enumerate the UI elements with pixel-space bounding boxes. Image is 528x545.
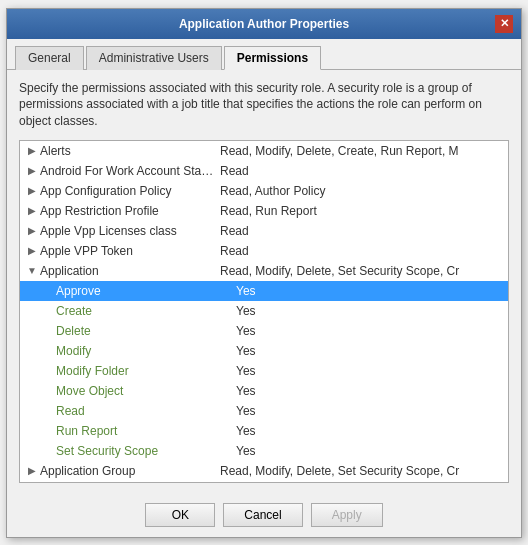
expand-icon[interactable]: ▶ — [24, 163, 40, 179]
tree-row[interactable]: ▶App Configuration PolicyRead, Author Po… — [20, 181, 508, 201]
tab-content: Specify the permissions associated with … — [7, 70, 521, 493]
tree-row-label: Set Security Scope — [56, 444, 236, 458]
tree-row-permissions: Yes — [236, 364, 508, 378]
tree-row-label: Delete — [56, 324, 236, 338]
expand-icon[interactable]: ▶ — [24, 183, 40, 199]
collapse-icon[interactable]: ▼ — [24, 263, 40, 279]
tree-row-label: Move Object — [56, 384, 236, 398]
no-expand-icon — [40, 443, 56, 459]
expand-icon[interactable]: ▶ — [24, 223, 40, 239]
tree-row[interactable]: CreateYes — [20, 301, 508, 321]
tree-row-permissions: Read, Modify, Delete, Create, Run Report… — [220, 144, 508, 158]
tree-row-permissions: Read, Modify, Delete, Set Security Scope… — [220, 464, 508, 478]
tree-row[interactable]: Modify FolderYes — [20, 361, 508, 381]
tree-row-label: Apple VPP Token — [40, 244, 220, 258]
permissions-tree-scroll[interactable]: ▶AlertsRead, Modify, Delete, Create, Run… — [20, 141, 508, 482]
tree-row[interactable]: ▶Application GroupRead, Modify, Delete, … — [20, 461, 508, 481]
expand-icon[interactable]: ▶ — [24, 463, 40, 479]
title-bar: Application Author Properties ✕ — [7, 9, 521, 39]
tree-row-permissions: Read — [220, 244, 508, 258]
tree-row-label: Application Group — [40, 464, 220, 478]
tree-row-label: Read — [56, 404, 236, 418]
tree-row[interactable]: ApproveYes — [20, 281, 508, 301]
apply-button[interactable]: Apply — [311, 503, 383, 527]
no-expand-icon — [40, 343, 56, 359]
tree-row-permissions: Yes — [236, 384, 508, 398]
no-expand-icon — [40, 303, 56, 319]
tree-row-label: Modify — [56, 344, 236, 358]
tree-row[interactable]: ▶App Restriction ProfileRead, Run Report — [20, 201, 508, 221]
tree-row-permissions: Yes — [236, 324, 508, 338]
tree-row-permissions: Yes — [236, 344, 508, 358]
tree-row-label: App Configuration Policy — [40, 184, 220, 198]
tree-row[interactable]: ▶Apple Vpp Licenses classRead — [20, 221, 508, 241]
tree-row-label: Modify Folder — [56, 364, 236, 378]
tree-row[interactable]: ReadYes — [20, 401, 508, 421]
tree-row-permissions: Read, Author Policy — [220, 184, 508, 198]
tree-row-permissions: Yes — [236, 444, 508, 458]
tab-general[interactable]: General — [15, 46, 84, 70]
tree-row[interactable]: ▶AlertsRead, Modify, Delete, Create, Run… — [20, 141, 508, 161]
no-expand-icon — [40, 283, 56, 299]
window-title: Application Author Properties — [33, 17, 495, 31]
no-expand-icon — [40, 423, 56, 439]
tree-row-permissions: Read — [220, 224, 508, 238]
tree-row-label: Apple Vpp Licenses class — [40, 224, 220, 238]
close-button[interactable]: ✕ — [495, 15, 513, 33]
tree-row-permissions: Read, Modify, Delete, Set Security Scope… — [220, 264, 508, 278]
tree-row-label: Run Report — [56, 424, 236, 438]
description-text: Specify the permissions associated with … — [19, 80, 509, 130]
expand-icon[interactable]: ▶ — [24, 143, 40, 159]
expand-icon[interactable]: ▶ — [24, 243, 40, 259]
tree-row-label: Android For Work Account Status — [40, 164, 220, 178]
ok-button[interactable]: OK — [145, 503, 215, 527]
tree-row-label: Create — [56, 304, 236, 318]
no-expand-icon — [40, 323, 56, 339]
tree-row-permissions: Yes — [236, 424, 508, 438]
application-author-properties-dialog: Application Author Properties ✕ General … — [6, 8, 522, 538]
no-expand-icon — [40, 383, 56, 399]
tree-row[interactable]: Set Security ScopeYes — [20, 441, 508, 461]
expand-icon[interactable]: ▶ — [24, 203, 40, 219]
tree-row[interactable]: ▼ApplicationRead, Modify, Delete, Set Se… — [20, 261, 508, 281]
no-expand-icon — [40, 363, 56, 379]
tree-row-label: App Restriction Profile — [40, 204, 220, 218]
tree-row[interactable]: ModifyYes — [20, 341, 508, 361]
cancel-button[interactable]: Cancel — [223, 503, 302, 527]
tree-row-label: Approve — [56, 284, 236, 298]
tree-row[interactable]: Run ReportYes — [20, 421, 508, 441]
tree-row-label: Alerts — [40, 144, 220, 158]
tab-permissions[interactable]: Permissions — [224, 46, 321, 70]
dialog-footer: OK Cancel Apply — [7, 493, 521, 537]
tree-row[interactable]: ▶BoundariesRead — [20, 481, 508, 482]
no-expand-icon — [40, 403, 56, 419]
tree-row[interactable]: DeleteYes — [20, 321, 508, 341]
tree-row-permissions: Read, Run Report — [220, 204, 508, 218]
tab-administrative-users[interactable]: Administrative Users — [86, 46, 222, 70]
tree-row[interactable]: Move ObjectYes — [20, 381, 508, 401]
tree-row-permissions: Read — [220, 164, 508, 178]
tree-row-label: Application — [40, 264, 220, 278]
tab-bar: General Administrative Users Permissions — [7, 39, 521, 70]
permissions-tree-container: ▶AlertsRead, Modify, Delete, Create, Run… — [19, 140, 509, 483]
tree-row-permissions: Yes — [236, 304, 508, 318]
tree-row-permissions: Yes — [236, 404, 508, 418]
tree-row[interactable]: ▶Android For Work Account StatusRead — [20, 161, 508, 181]
tree-row-permissions: Yes — [236, 284, 508, 298]
tree-row[interactable]: ▶Apple VPP TokenRead — [20, 241, 508, 261]
